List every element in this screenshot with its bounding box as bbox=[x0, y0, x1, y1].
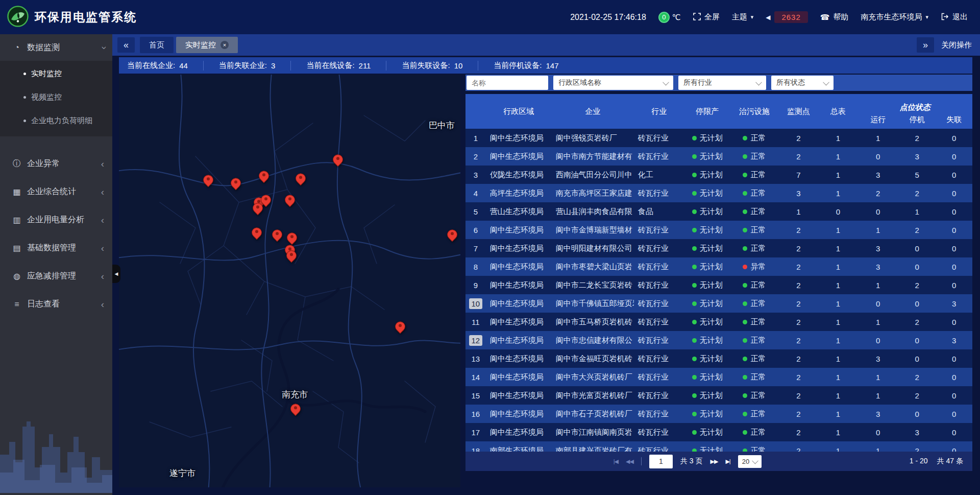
chevron-left-icon bbox=[101, 299, 104, 309]
map-pin-icon[interactable] bbox=[447, 229, 457, 240]
cell-company: 阆中市大兴页岩机砖厂 bbox=[552, 368, 634, 386]
table-row[interactable]: 5 营山生态环境局 营山县润丰肉食品有限 食品 无计划 正常 1 0 0 bbox=[465, 202, 972, 221]
table-row[interactable]: 8 阆中生态环境局 阆中市枣碧大梁山页岩 砖瓦行业 无计划 异常 2 1 3 bbox=[465, 257, 972, 276]
table-row[interactable]: 6 阆中生态环境局 阆中市金博瑞新型墙材 砖瓦行业 无计划 正常 2 1 1 bbox=[465, 221, 972, 239]
status-dot bbox=[692, 173, 697, 177]
scroll-tabs-right-button[interactable]: » bbox=[917, 37, 934, 53]
map-pin-icon[interactable] bbox=[272, 229, 282, 240]
cell-lost: 0 bbox=[936, 386, 972, 405]
chevron-down-icon bbox=[755, 79, 762, 85]
table-row[interactable]: 14 阆中生态环境局 阆中市大兴页岩机砖厂 砖瓦行业 无计划 正常 2 1 1 bbox=[465, 368, 972, 386]
sidebar-item[interactable]: 实时监控 bbox=[0, 62, 112, 85]
cell-limit: 无计划 bbox=[684, 441, 730, 452]
map-pin-icon[interactable] bbox=[287, 232, 297, 243]
sidebar-group[interactable]: ⓘ 企业异常 bbox=[0, 150, 112, 178]
sidebar-group[interactable]: ◍ 应急减排管理 bbox=[0, 262, 112, 290]
map-pin-icon[interactable] bbox=[395, 321, 405, 332]
table-row[interactable]: 4 高坪生态环境局 南充市高坪区王家店建 砖瓦行业 无计划 正常 3 1 2 bbox=[465, 184, 972, 202]
prev-page-button[interactable]: ◀◀ bbox=[626, 458, 633, 465]
column-header-lost: 失联 bbox=[936, 113, 972, 129]
table-row[interactable]: 11 阆中生态环境局 阆中市五马桥页岩机砖 砖瓦行业 无计划 正常 2 1 1 bbox=[465, 313, 972, 331]
close-icon[interactable]: × bbox=[220, 41, 229, 49]
tab-bar: « 首页 实时监控 × » 关闭操作 bbox=[112, 34, 980, 56]
help-button[interactable]: ☎ 帮助 bbox=[820, 12, 849, 22]
cell-industry: 砖瓦行业 bbox=[634, 221, 684, 239]
table-row[interactable]: 10 阆中生态环境局 阆中市千佛镇五郎垭页岩 砖瓦行业 无计划 正常 2 1 0 bbox=[465, 294, 972, 313]
sidebar-group[interactable]: ≡ 日志查看 bbox=[0, 290, 112, 318]
tab[interactable]: 实时监控 × bbox=[176, 37, 238, 53]
table-row[interactable]: 18 南部生态环境局 南部县建兴页岩砖厂有 砖瓦行业 无计划 正常 2 1 1 bbox=[465, 441, 972, 452]
page-size-select[interactable]: 20 bbox=[738, 455, 762, 468]
map-pin-icon[interactable] bbox=[286, 250, 297, 261]
industry-filter-select[interactable]: 所有行业 bbox=[678, 76, 766, 90]
map-pin-icon[interactable] bbox=[290, 404, 301, 414]
sidebar-group-label: 企业用电量分析 bbox=[27, 215, 101, 225]
table-row[interactable]: 15 阆中生态环境局 阆中市光富页岩机砖厂 砖瓦行业 无计划 正常 2 1 1 bbox=[465, 386, 972, 405]
sidebar-item[interactable]: 企业电力负荷明细 bbox=[0, 109, 112, 132]
sidebar-group-data-monitoring[interactable]: ◔ 数据监测 bbox=[0, 34, 112, 61]
cell-monitor: 2 bbox=[779, 313, 818, 331]
status-dot bbox=[692, 338, 697, 343]
sidebar-item[interactable]: 视频监控 bbox=[0, 85, 112, 109]
last-page-button[interactable]: ▶| bbox=[725, 458, 730, 465]
row-index: 4 bbox=[469, 188, 482, 199]
cell-lost: 0 bbox=[936, 405, 972, 423]
row-index: 6 bbox=[469, 225, 482, 235]
sidebar-group[interactable]: ▤ 基础数据管理 bbox=[0, 234, 112, 262]
map-pin-icon[interactable] bbox=[296, 173, 306, 183]
region-filter-select[interactable]: 行政区域名称 bbox=[553, 76, 673, 90]
theme-dropdown[interactable]: 主题 ▾ bbox=[732, 12, 754, 22]
page-number-input[interactable] bbox=[649, 455, 673, 468]
table-row[interactable]: 1 阆中生态环境局 阆中强锐页岩砖厂 砖瓦行业 无计划 正常 2 1 1 bbox=[465, 129, 972, 147]
map-pin-icon[interactable] bbox=[259, 171, 269, 181]
limit-text: 无计划 bbox=[700, 244, 723, 253]
map[interactable]: 巴中市 南充市 遂宁市 bbox=[119, 75, 460, 487]
cell-lost: 0 bbox=[936, 166, 972, 184]
fullscreen-button[interactable]: 全屏 bbox=[693, 12, 720, 22]
map-pin-icon[interactable] bbox=[333, 155, 343, 165]
map-pin-icon[interactable] bbox=[285, 195, 295, 205]
alarm-indicator[interactable]: ◀ 2632 bbox=[766, 11, 808, 23]
status-filter-select[interactable]: 所有状态 bbox=[771, 76, 834, 90]
page-title: 环保用电监管系统 bbox=[35, 9, 137, 25]
sidebar-group[interactable]: ▥ 企业用电量分析 bbox=[0, 206, 112, 234]
first-page-button[interactable]: |◀ bbox=[614, 458, 618, 465]
table-row[interactable]: 2 阆中生态环境局 阆中市南方节能建材有 砖瓦行业 无计划 正常 2 1 0 bbox=[465, 147, 972, 166]
close-operations-button[interactable]: 关闭操作 bbox=[941, 40, 972, 50]
cell-industry: 砖瓦行业 bbox=[634, 257, 684, 276]
cell-stop: 2 bbox=[898, 184, 936, 202]
brand: 环保用电监管系统 bbox=[7, 6, 137, 29]
scroll-tabs-left-button[interactable]: « bbox=[117, 37, 135, 53]
table-row[interactable]: 7 阆中生态环境局 阆中明阳建材有限公司 砖瓦行业 无计划 正常 2 1 3 bbox=[465, 239, 972, 257]
table-row[interactable]: 3 仪陇生态环境局 西南油气田分公司川中 化工 无计划 正常 7 1 3 bbox=[465, 166, 972, 184]
table-row[interactable]: 12 阆中生态环境局 阆中市忠信建材有限公 砖瓦行业 无计划 正常 2 1 0 bbox=[465, 331, 972, 349]
next-page-button[interactable]: ▶▶ bbox=[710, 458, 718, 465]
tab[interactable]: 首页 bbox=[140, 37, 174, 53]
sidebar: ◔ 数据监测 实时监控 视频监控 企业电力负荷明细 bbox=[0, 34, 112, 495]
sidebar-group[interactable]: ▦ 企业综合统计 bbox=[0, 178, 112, 206]
org-dropdown[interactable]: 南充市生态环境局 ▾ bbox=[861, 12, 928, 22]
table-row[interactable]: 17 阆中生态环境局 阆中市江南镇阆南页岩 砖瓦行业 无计划 正常 2 1 0 bbox=[465, 423, 972, 441]
map-pin-icon[interactable] bbox=[203, 175, 213, 185]
logout-button[interactable]: 退出 bbox=[941, 12, 968, 22]
table-row[interactable]: 16 阆中生态环境局 阆中市石子页岩机砖厂 砖瓦行业 无计划 正常 2 1 3 bbox=[465, 405, 972, 423]
status-dot bbox=[743, 393, 747, 398]
name-filter-input[interactable] bbox=[467, 76, 548, 90]
map-pin-icon[interactable] bbox=[231, 178, 241, 188]
facility-text: 正常 bbox=[750, 428, 766, 437]
sidebar-collapse-button[interactable]: ◀ bbox=[112, 265, 120, 283]
cell-industry: 砖瓦行业 bbox=[634, 239, 684, 257]
cell-stop: 0 bbox=[898, 331, 936, 349]
cell-lost: 0 bbox=[936, 184, 972, 202]
tabs: 首页 实时监控 × bbox=[140, 37, 238, 53]
facility-text: 正常 bbox=[750, 133, 766, 143]
table-row[interactable]: 13 阆中生态环境局 阆中市金福旺页岩机砖 砖瓦行业 无计划 正常 2 1 3 bbox=[465, 349, 972, 368]
cell-meter: 1 bbox=[818, 257, 857, 276]
cell-monitor: 2 bbox=[779, 405, 818, 423]
status-dot bbox=[692, 265, 697, 269]
map-pin-icon[interactable] bbox=[252, 228, 262, 238]
map-pin-icon[interactable] bbox=[253, 203, 263, 213]
row-index: 9 bbox=[469, 280, 482, 291]
table-row[interactable]: 9 阆中生态环境局 阆中市二龙长宝页岩砖 砖瓦行业 无计划 正常 2 1 1 bbox=[465, 276, 972, 294]
sidebar-group-label: 企业综合统计 bbox=[27, 186, 101, 197]
